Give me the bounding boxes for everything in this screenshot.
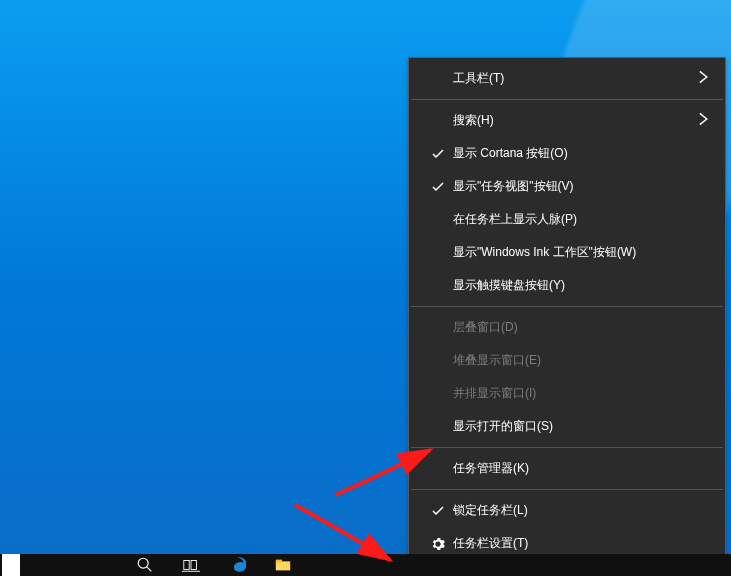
- menu-label: 任务管理器(K): [453, 460, 711, 477]
- menu-stacked: 堆叠显示窗口(E): [409, 344, 725, 377]
- file-explorer-icon[interactable]: [260, 554, 306, 576]
- svg-point-0: [138, 558, 148, 568]
- menu-cascade: 层叠窗口(D): [409, 311, 725, 344]
- menu-label: 并排显示窗口(I): [453, 385, 711, 402]
- menu-label: 显示打开的窗口(S): [453, 418, 711, 435]
- menu-label: 显示触摸键盘按钮(Y): [453, 277, 711, 294]
- taskbar[interactable]: [0, 554, 731, 576]
- menu-label: 层叠窗口(D): [453, 319, 711, 336]
- svg-line-1: [147, 567, 152, 572]
- check-icon: [423, 505, 453, 517]
- menu-show-taskview[interactable]: 显示"任务视图"按钮(V): [409, 170, 725, 203]
- menu-lock-taskbar[interactable]: 锁定任务栏(L): [409, 494, 725, 527]
- check-icon: [423, 181, 453, 193]
- chevron-right-icon: [697, 112, 711, 129]
- search-icon[interactable]: [122, 554, 168, 576]
- svg-rect-6: [276, 560, 282, 563]
- menu-label: 显示"Windows Ink 工作区"按钮(W): [453, 244, 711, 261]
- edge-icon[interactable]: [214, 554, 260, 576]
- menu-label: 显示 Cortana 按钮(O): [453, 145, 711, 162]
- separator: [411, 99, 723, 100]
- menu-sidebyside: 并排显示窗口(I): [409, 377, 725, 410]
- check-icon: [423, 148, 453, 160]
- menu-task-manager[interactable]: 任务管理器(K): [409, 452, 725, 485]
- svg-rect-5: [276, 561, 290, 570]
- menu-label: 堆叠显示窗口(E): [453, 352, 711, 369]
- menu-toolbars[interactable]: 工具栏(T): [409, 62, 725, 95]
- menu-show-touchkb[interactable]: 显示触摸键盘按钮(Y): [409, 269, 725, 302]
- separator: [411, 306, 723, 307]
- separator: [411, 447, 723, 448]
- menu-label: 锁定任务栏(L): [453, 502, 711, 519]
- gear-icon: [423, 537, 453, 551]
- chevron-right-icon: [697, 70, 711, 87]
- menu-label: 在任务栏上显示人脉(P): [453, 211, 711, 228]
- menu-label: 工具栏(T): [453, 70, 697, 87]
- taskbar-context-menu: 工具栏(T) 搜索(H) 显示 Cortana 按钮(O) 显示"任务视图"按钮…: [408, 57, 726, 565]
- menu-label: 任务栏设置(T): [453, 535, 711, 552]
- svg-rect-3: [191, 561, 196, 570]
- menu-show-cortana[interactable]: 显示 Cortana 按钮(O): [409, 137, 725, 170]
- menu-show-ink[interactable]: 显示"Windows Ink 工作区"按钮(W): [409, 236, 725, 269]
- svg-rect-2: [184, 561, 189, 570]
- menu-show-open[interactable]: 显示打开的窗口(S): [409, 410, 725, 443]
- task-view-icon[interactable]: [168, 554, 214, 576]
- menu-show-people[interactable]: 在任务栏上显示人脉(P): [409, 203, 725, 236]
- separator: [411, 489, 723, 490]
- taskbar-unknown-button[interactable]: [2, 554, 20, 576]
- menu-label: 搜索(H): [453, 112, 697, 129]
- menu-search[interactable]: 搜索(H): [409, 104, 725, 137]
- menu-label: 显示"任务视图"按钮(V): [453, 178, 711, 195]
